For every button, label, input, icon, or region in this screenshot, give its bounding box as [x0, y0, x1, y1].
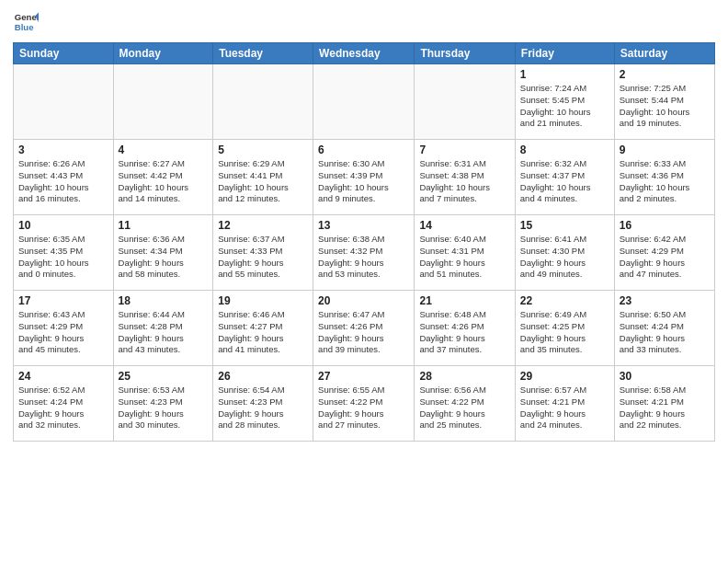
- calendar-cell: 27Sunrise: 6:55 AM Sunset: 4:22 PM Dayli…: [313, 366, 415, 442]
- day-number: 29: [520, 370, 609, 383]
- day-info: Sunrise: 6:26 AM Sunset: 4:43 PM Dayligh…: [18, 158, 108, 205]
- day-number: 24: [18, 370, 108, 383]
- day-number: 11: [119, 219, 209, 232]
- day-number: 17: [18, 294, 108, 307]
- day-info: Sunrise: 6:40 AM Sunset: 4:31 PM Dayligh…: [419, 234, 509, 281]
- calendar-cell: 25Sunrise: 6:53 AM Sunset: 4:23 PM Dayli…: [113, 366, 213, 442]
- day-info: Sunrise: 6:47 AM Sunset: 4:26 PM Dayligh…: [318, 309, 409, 356]
- day-number: 15: [520, 219, 609, 232]
- calendar-cell: 17Sunrise: 6:43 AM Sunset: 4:29 PM Dayli…: [14, 291, 114, 366]
- week-row-3: 10Sunrise: 6:35 AM Sunset: 4:35 PM Dayli…: [14, 215, 715, 291]
- calendar-cell: 22Sunrise: 6:49 AM Sunset: 4:25 PM Dayli…: [515, 291, 614, 366]
- calendar-cell: 3Sunrise: 6:26 AM Sunset: 4:43 PM Daylig…: [14, 140, 114, 215]
- calendar-cell: 14Sunrise: 6:40 AM Sunset: 4:31 PM Dayli…: [415, 215, 515, 291]
- day-info: Sunrise: 6:37 AM Sunset: 4:33 PM Dayligh…: [218, 234, 308, 281]
- calendar-cell: 12Sunrise: 6:37 AM Sunset: 4:33 PM Dayli…: [213, 215, 313, 291]
- weekday-header-tuesday: Tuesday: [213, 43, 313, 64]
- day-info: Sunrise: 6:50 AM Sunset: 4:24 PM Dayligh…: [620, 309, 710, 356]
- calendar-cell: 2Sunrise: 7:25 AM Sunset: 5:44 PM Daylig…: [614, 64, 714, 140]
- calendar-cell: 15Sunrise: 6:41 AM Sunset: 4:30 PM Dayli…: [515, 215, 614, 291]
- day-number: 9: [620, 144, 710, 156]
- calendar-cell: 8Sunrise: 6:32 AM Sunset: 4:37 PM Daylig…: [515, 140, 614, 215]
- day-info: Sunrise: 6:53 AM Sunset: 4:23 PM Dayligh…: [119, 385, 209, 431]
- calendar-cell: [14, 64, 114, 140]
- header: General Blue: [13, 9, 715, 35]
- day-number: 13: [318, 219, 409, 232]
- calendar-cell: 19Sunrise: 6:46 AM Sunset: 4:27 PM Dayli…: [213, 291, 313, 366]
- week-row-2: 3Sunrise: 6:26 AM Sunset: 4:43 PM Daylig…: [14, 140, 715, 215]
- calendar-cell: 13Sunrise: 6:38 AM Sunset: 4:32 PM Dayli…: [313, 215, 415, 291]
- week-row-5: 24Sunrise: 6:52 AM Sunset: 4:24 PM Dayli…: [14, 366, 715, 442]
- day-info: Sunrise: 6:58 AM Sunset: 4:21 PM Dayligh…: [620, 385, 710, 431]
- calendar-cell: [213, 64, 313, 140]
- day-info: Sunrise: 7:25 AM Sunset: 5:44 PM Dayligh…: [620, 83, 710, 130]
- day-info: Sunrise: 6:32 AM Sunset: 4:37 PM Dayligh…: [520, 158, 609, 205]
- calendar-cell: 24Sunrise: 6:52 AM Sunset: 4:24 PM Dayli…: [14, 366, 114, 442]
- day-info: Sunrise: 6:41 AM Sunset: 4:30 PM Dayligh…: [520, 234, 609, 281]
- day-number: 20: [318, 294, 409, 307]
- day-info: Sunrise: 6:49 AM Sunset: 4:25 PM Dayligh…: [520, 309, 609, 356]
- calendar-cell: 23Sunrise: 6:50 AM Sunset: 4:24 PM Dayli…: [614, 291, 714, 366]
- calendar-cell: 9Sunrise: 6:33 AM Sunset: 4:36 PM Daylig…: [614, 140, 714, 215]
- calendar: SundayMondayTuesdayWednesdayThursdayFrid…: [13, 42, 715, 442]
- day-info: Sunrise: 6:46 AM Sunset: 4:27 PM Dayligh…: [218, 309, 308, 356]
- day-info: Sunrise: 6:57 AM Sunset: 4:21 PM Dayligh…: [520, 385, 609, 431]
- calendar-cell: 4Sunrise: 6:27 AM Sunset: 4:42 PM Daylig…: [113, 140, 213, 215]
- day-number: 30: [620, 370, 710, 383]
- weekday-header-thursday: Thursday: [415, 43, 515, 64]
- weekday-header-sunday: Sunday: [14, 43, 114, 64]
- week-row-4: 17Sunrise: 6:43 AM Sunset: 4:29 PM Dayli…: [14, 291, 715, 366]
- day-number: 10: [18, 219, 108, 232]
- calendar-cell: 7Sunrise: 6:31 AM Sunset: 4:38 PM Daylig…: [415, 140, 515, 215]
- calendar-cell: [415, 64, 515, 140]
- day-number: 25: [119, 370, 209, 383]
- day-info: Sunrise: 7:24 AM Sunset: 5:45 PM Dayligh…: [520, 83, 609, 130]
- day-number: 5: [218, 144, 308, 156]
- calendar-cell: 26Sunrise: 6:54 AM Sunset: 4:23 PM Dayli…: [213, 366, 313, 442]
- day-number: 22: [520, 294, 609, 307]
- day-info: Sunrise: 6:38 AM Sunset: 4:32 PM Dayligh…: [318, 234, 409, 281]
- calendar-cell: 21Sunrise: 6:48 AM Sunset: 4:26 PM Dayli…: [415, 291, 515, 366]
- day-info: Sunrise: 6:27 AM Sunset: 4:42 PM Dayligh…: [119, 158, 209, 205]
- calendar-cell: 18Sunrise: 6:44 AM Sunset: 4:28 PM Dayli…: [113, 291, 213, 366]
- day-info: Sunrise: 6:33 AM Sunset: 4:36 PM Dayligh…: [620, 158, 710, 205]
- day-number: 2: [620, 68, 710, 81]
- weekday-header-row: SundayMondayTuesdayWednesdayThursdayFrid…: [14, 43, 715, 64]
- svg-text:General: General: [15, 12, 39, 22]
- day-number: 7: [419, 144, 509, 156]
- calendar-cell: 29Sunrise: 6:57 AM Sunset: 4:21 PM Dayli…: [515, 366, 614, 442]
- day-number: 18: [119, 294, 209, 307]
- svg-text:Blue: Blue: [15, 22, 34, 32]
- day-number: 4: [119, 144, 209, 156]
- day-info: Sunrise: 6:48 AM Sunset: 4:26 PM Dayligh…: [419, 309, 509, 356]
- day-info: Sunrise: 6:30 AM Sunset: 4:39 PM Dayligh…: [318, 158, 409, 205]
- page: General Blue SundayMondayTuesdayWednesda…: [0, 0, 728, 449]
- day-info: Sunrise: 6:55 AM Sunset: 4:22 PM Dayligh…: [318, 385, 409, 431]
- weekday-header-friday: Friday: [515, 43, 614, 64]
- weekday-header-monday: Monday: [113, 43, 213, 64]
- day-number: 8: [520, 144, 609, 156]
- calendar-cell: 11Sunrise: 6:36 AM Sunset: 4:34 PM Dayli…: [113, 215, 213, 291]
- day-info: Sunrise: 6:43 AM Sunset: 4:29 PM Dayligh…: [18, 309, 108, 356]
- day-number: 6: [318, 144, 409, 156]
- weekday-header-saturday: Saturday: [614, 43, 714, 64]
- calendar-cell: [313, 64, 415, 140]
- day-number: 12: [218, 219, 308, 232]
- weekday-header-wednesday: Wednesday: [313, 43, 415, 64]
- day-number: 3: [18, 144, 108, 156]
- day-info: Sunrise: 6:54 AM Sunset: 4:23 PM Dayligh…: [218, 385, 308, 431]
- day-info: Sunrise: 6:56 AM Sunset: 4:22 PM Dayligh…: [419, 385, 509, 431]
- day-info: Sunrise: 6:31 AM Sunset: 4:38 PM Dayligh…: [419, 158, 509, 205]
- day-number: 23: [620, 294, 710, 307]
- logo: General Blue: [13, 9, 39, 35]
- day-number: 21: [419, 294, 509, 307]
- day-number: 26: [218, 370, 308, 383]
- calendar-cell: 28Sunrise: 6:56 AM Sunset: 4:22 PM Dayli…: [415, 366, 515, 442]
- day-number: 28: [419, 370, 509, 383]
- week-row-1: 1Sunrise: 7:24 AM Sunset: 5:45 PM Daylig…: [14, 64, 715, 140]
- day-number: 14: [419, 219, 509, 232]
- day-info: Sunrise: 6:42 AM Sunset: 4:29 PM Dayligh…: [620, 234, 710, 281]
- day-info: Sunrise: 6:35 AM Sunset: 4:35 PM Dayligh…: [18, 234, 108, 281]
- day-info: Sunrise: 6:44 AM Sunset: 4:28 PM Dayligh…: [119, 309, 209, 356]
- day-number: 27: [318, 370, 409, 383]
